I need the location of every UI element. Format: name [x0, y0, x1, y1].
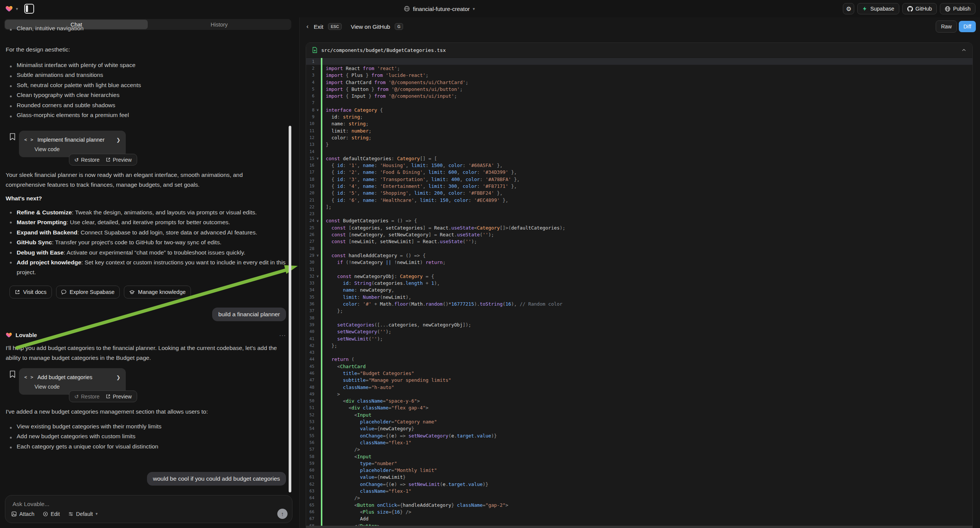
view-code-link[interactable]: View code — [35, 146, 121, 152]
code-line: 1 — [306, 58, 972, 65]
line-number: 17 — [306, 170, 314, 175]
list-item: Rounded corners and subtle shadows — [0, 102, 290, 112]
code-line: 64 /> — [306, 495, 972, 501]
line-number: 56 — [306, 440, 314, 445]
manage-knowledge-button[interactable]: Manage knowledge — [124, 286, 191, 299]
line-number: 29 — [306, 253, 314, 258]
code-horizontal-scrollbar[interactable] — [306, 526, 972, 528]
line-number: 50 — [306, 398, 314, 403]
line-number: 44 — [306, 357, 314, 362]
edit-card-implement-financial-planner[interactable]: < > Implement financial planner ❯ View c… — [19, 131, 126, 157]
explore-supabase-button[interactable]: Explore Supabase — [56, 286, 120, 299]
project-selector[interactable]: financial-future-creator ▾ — [404, 0, 475, 17]
code-line: 13} — [306, 141, 972, 148]
bookmark-icon[interactable] — [10, 371, 16, 378]
exit-button[interactable]: Exit — [313, 24, 323, 30]
line-number: 58 — [306, 454, 314, 459]
send-button[interactable]: ↑ — [277, 509, 288, 519]
attach-button[interactable]: Attach — [11, 511, 35, 517]
fold-chevron-icon[interactable]: ∨ — [314, 156, 321, 160]
code-line: 29∨ const handleAddCategory = () => { — [306, 252, 972, 259]
lovable-logo-icon[interactable] — [5, 5, 13, 13]
workspace-chevron-down-icon[interactable]: ▾ — [16, 6, 18, 11]
line-number: 54 — [306, 426, 314, 431]
sidebar-toggle-icon[interactable] — [24, 4, 34, 14]
supabase-button[interactable]: Supabase — [857, 3, 899, 14]
arrow-up-icon: ↑ — [281, 511, 284, 517]
view-code-link[interactable]: View code — [35, 384, 121, 390]
line-number: 30 — [306, 260, 314, 265]
whats-next-heading: What's next? — [6, 195, 42, 202]
fold-chevron-icon[interactable]: ∨ — [314, 108, 321, 112]
list-item: Clean typography with clear hierarchies — [0, 92, 290, 102]
prompt-input-box[interactable]: Ask Lovable... Attach Edit — [5, 495, 293, 523]
assistant-name: Lovable — [16, 332, 276, 338]
line-number: 65 — [306, 503, 314, 507]
code-line: 11 limit: number; — [306, 127, 972, 134]
github-button[interactable]: GitHub — [902, 3, 937, 14]
preview-button[interactable]: Preview — [106, 394, 132, 399]
code-line: 51 <div className="flex gap-4"> — [306, 404, 972, 411]
gear-icon: ⚙ — [846, 5, 851, 13]
message-more-menu-icon[interactable]: ··· — [279, 332, 286, 338]
code-line: 4import ChartCard from '@/components/ui/… — [306, 79, 972, 86]
whats-next-item: Add project knowledge: Set key context o… — [0, 258, 289, 278]
chevron-up-icon[interactable] — [961, 48, 966, 52]
restore-icon: ↺ — [74, 394, 79, 399]
chat-scrollbar-thumb[interactable] — [289, 126, 291, 492]
code-line: 55 onChange={(e) => setNewCategory(e.tar… — [306, 432, 972, 439]
line-number: 59 — [306, 461, 314, 466]
chevron-down-icon: ▾ — [95, 511, 98, 516]
fold-chevron-icon[interactable]: ∨ — [314, 219, 321, 223]
external-link-icon — [106, 394, 111, 399]
chevron-right-icon: ❯ — [116, 375, 121, 380]
github-icon — [907, 6, 913, 12]
whats-next-item: Expand with Backend: Connect Supabase to… — [0, 227, 289, 237]
publish-button[interactable]: Publish — [940, 3, 975, 14]
view-on-github-button[interactable]: View on GitHub — [351, 24, 390, 30]
code-line: 40 setNewCategory(''); — [306, 328, 972, 335]
restore-button[interactable]: ↺ Restore — [74, 157, 100, 163]
file-added-icon — [312, 47, 317, 53]
code-line: 6import { Input } from '@/components/ui/… — [306, 92, 972, 99]
code-line: 31 — [306, 266, 972, 273]
preview-button[interactable]: Preview — [106, 157, 132, 163]
visit-docs-button[interactable]: Visit docs — [10, 286, 52, 299]
list-item: Glass-morphic elements for a premium fee… — [0, 112, 290, 122]
line-number: 66 — [306, 509, 314, 514]
chevron-left-icon[interactable]: ‹ — [307, 23, 309, 30]
attach-image-icon — [11, 511, 17, 517]
line-number: 4 — [306, 80, 314, 85]
code-line: 58 <Input — [306, 453, 972, 460]
diff-added-bar — [321, 100, 322, 107]
restore-button[interactable]: ↺ Restore — [74, 394, 100, 399]
diff-toggle-button[interactable]: Diff — [959, 21, 976, 32]
fold-chevron-icon[interactable]: ∨ — [314, 274, 321, 278]
line-number: 53 — [306, 419, 314, 424]
line-number: 49 — [306, 392, 314, 396]
settings-button[interactable]: ⚙ — [843, 3, 854, 14]
edit-mode-button[interactable]: Edit — [43, 511, 60, 517]
assistant-message-help: I'll help you add budget categories to t… — [6, 343, 291, 363]
line-number: 16 — [306, 163, 314, 168]
code-line: 50 <div className="space-y-6"> — [306, 398, 972, 404]
code-line: 12 color: string; — [306, 134, 972, 141]
line-number: 42 — [306, 343, 314, 348]
fold-chevron-icon[interactable]: ∨ — [314, 253, 321, 257]
line-number: 5 — [306, 87, 314, 92]
file-header[interactable]: src/components/budget/BudgetCategories.t… — [306, 43, 972, 57]
line-number: 10 — [306, 121, 314, 126]
project-name: financial-future-creator — [413, 6, 470, 12]
line-number: 31 — [306, 267, 314, 272]
line-number: 23 — [306, 212, 314, 216]
code-icon: < > — [24, 375, 34, 380]
bookmark-icon[interactable] — [10, 133, 16, 140]
line-number: 8 — [306, 108, 314, 113]
design-aesthetic-heading: For the design aesthetic: — [6, 45, 70, 54]
model-selector[interactable]: Default ▾ — [68, 511, 98, 517]
code-line: 33 id: String(categories.length + 1), — [306, 280, 972, 287]
line-number: 36 — [306, 302, 314, 307]
raw-toggle-button[interactable]: Raw — [935, 21, 957, 33]
line-number: 34 — [306, 288, 314, 293]
external-link-icon — [15, 289, 20, 295]
